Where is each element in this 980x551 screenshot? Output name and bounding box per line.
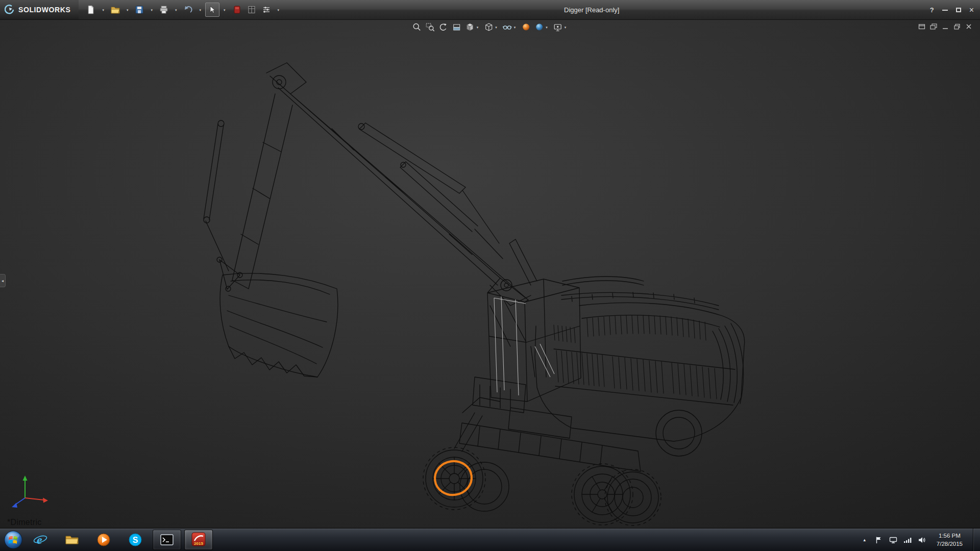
maximize-button[interactable] <box>956 8 961 12</box>
document-close-button[interactable] <box>965 22 973 32</box>
save-icon <box>134 5 144 15</box>
new-document-dropdown[interactable]: ▾ <box>99 3 108 17</box>
close-button[interactable]: × <box>969 6 974 14</box>
viewport-background <box>0 20 980 528</box>
maximize-icon <box>956 8 961 12</box>
dropdown-arrow-icon: ▾ <box>563 26 568 29</box>
print-button[interactable] <box>157 3 171 17</box>
start-orb-icon <box>4 530 23 549</box>
apply-scene-button[interactable]: ▾ <box>534 22 550 32</box>
view-orientation-button[interactable]: ▾ <box>465 22 481 32</box>
feature-manager-collapse-tab[interactable]: ◂ <box>0 274 6 287</box>
screen: SOLIDWORKS ▾ ▾ <box>0 0 980 551</box>
print-dropdown[interactable]: ▾ <box>172 3 181 17</box>
graphics-viewport[interactable]: ▾ ▾ ▾ <box>0 20 980 528</box>
document-restore-button[interactable] <box>953 22 961 32</box>
system-tray: ▴ <box>860 529 980 551</box>
close-icon: × <box>969 6 974 14</box>
wireframe-excavator-model <box>0 20 980 528</box>
zoom-to-area-icon <box>426 22 435 32</box>
undo-icon <box>183 5 193 15</box>
show-desktop-button[interactable] <box>973 529 979 551</box>
document-minimize-button[interactable] <box>941 22 949 32</box>
options-icon <box>261 5 272 15</box>
previous-view-button[interactable] <box>438 22 449 32</box>
action-center-button[interactable] <box>874 534 884 546</box>
display-tray-icon <box>889 536 897 544</box>
zoom-to-fit-icon <box>412 22 422 32</box>
zoom-to-area-button[interactable] <box>425 22 435 32</box>
dropdown-arrow-icon: ▾ <box>198 8 203 12</box>
taskbar-file-explorer-button[interactable] <box>58 530 86 550</box>
open-button[interactable] <box>108 3 122 17</box>
dropdown-arrow-icon: ▾ <box>475 26 480 29</box>
internet-explorer-icon: e <box>33 532 48 547</box>
clock-date: 7/28/2015 <box>937 540 963 548</box>
view-orientation-icon <box>465 22 475 32</box>
rebuild-icon <box>247 5 257 15</box>
apply-scene-icon <box>534 22 544 32</box>
start-button[interactable] <box>2 529 24 550</box>
document-restore-icon <box>953 22 961 31</box>
save-button[interactable] <box>132 3 146 17</box>
open-dropdown[interactable]: ▾ <box>123 3 132 17</box>
titlebar: SOLIDWORKS ▾ ▾ <box>0 0 980 20</box>
taskbar-solidworks-button[interactable]: 2015 <box>184 530 213 550</box>
window-title: Digger [Read-only] <box>564 0 619 20</box>
options-dropdown[interactable]: ▾ <box>274 3 283 17</box>
select-dropdown[interactable]: ▾ <box>220 3 229 17</box>
section-view-icon <box>452 22 461 32</box>
taskbar-media-player-button[interactable] <box>89 530 118 550</box>
new-document-icon <box>86 5 96 15</box>
dropdown-arrow-icon: ▾ <box>512 26 518 29</box>
document-close-icon <box>965 22 973 31</box>
taskbar-skype-button[interactable]: S <box>121 530 150 550</box>
display-style-button[interactable]: ▾ <box>483 22 499 32</box>
svg-text:2015: 2015 <box>194 541 203 546</box>
clock-time: 1:56 PM <box>937 532 963 540</box>
network-tray-button[interactable] <box>903 534 912 546</box>
undo-dropdown[interactable]: ▾ <box>196 3 205 17</box>
undo-button[interactable] <box>181 3 195 17</box>
options-button[interactable] <box>259 3 274 17</box>
add-ins-button[interactable] <box>230 3 244 17</box>
previous-view-icon <box>439 22 448 32</box>
document-window-controls <box>918 22 973 32</box>
taskbar-internet-explorer-button[interactable]: e <box>26 530 55 550</box>
zoom-to-fit-button[interactable] <box>412 22 422 32</box>
rebuild-button[interactable] <box>244 3 259 17</box>
cascade-windows-button[interactable] <box>929 22 938 32</box>
save-dropdown[interactable]: ▾ <box>147 3 156 17</box>
volume-tray-button[interactable] <box>917 534 926 546</box>
display-tray-button[interactable] <box>889 534 898 546</box>
print-icon <box>159 5 169 15</box>
volume-tray-icon <box>918 536 926 544</box>
view-settings-button[interactable]: ▾ <box>553 22 569 32</box>
dropdown-arrow-icon: ▾ <box>544 26 549 29</box>
taskbar-clock[interactable]: 1:56 PM 7/28/2015 <box>932 532 968 548</box>
hide-show-items-button[interactable]: ▾ <box>502 22 518 32</box>
minimize-icon <box>942 10 948 11</box>
select-tool-button[interactable] <box>205 3 219 17</box>
help-button[interactable]: ? <box>930 6 934 14</box>
window-icon <box>918 22 926 31</box>
headsup-view-toolbar: ▾ ▾ ▾ <box>412 22 569 32</box>
dropdown-arrow-icon: ▾ <box>149 8 154 12</box>
document-minimize-icon <box>941 22 949 31</box>
new-document-button[interactable] <box>84 3 98 17</box>
taskbar-command-prompt-button[interactable] <box>153 530 181 550</box>
edit-appearance-button[interactable] <box>521 22 531 32</box>
document-window-button[interactable] <box>918 22 926 32</box>
dropdown-arrow-icon: ▾ <box>101 8 106 12</box>
brand-label: SOLIDWORKS <box>18 6 70 14</box>
pane-collapse-icon: ◂ <box>2 279 4 283</box>
hidden-icons-button[interactable]: ▴ <box>860 534 869 546</box>
section-view-button[interactable] <box>452 22 462 32</box>
file-explorer-icon <box>64 532 80 547</box>
dropdown-arrow-icon: ▾ <box>174 8 179 12</box>
help-icon: ? <box>930 6 934 14</box>
solidworks-app-icon: 2015 <box>190 532 207 548</box>
svg-text:e: e <box>37 533 42 546</box>
dassault-3ds-icon <box>5 5 15 15</box>
minimize-button[interactable] <box>942 10 948 11</box>
